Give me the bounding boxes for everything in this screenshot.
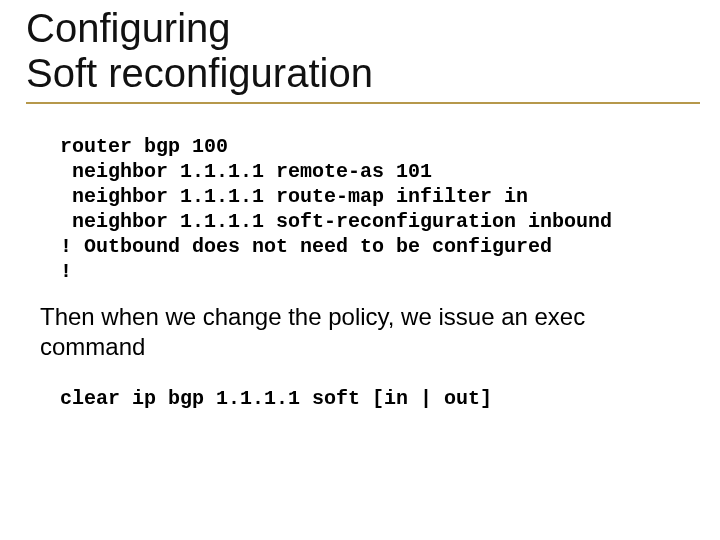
- title-block: Configuring Soft reconfiguration: [0, 0, 720, 104]
- body: router bgp 100 neighbor 1.1.1.1 remote-a…: [0, 104, 720, 411]
- code-line: clear ip bgp 1.1.1.1 soft [in | out]: [60, 387, 492, 410]
- slide: Configuring Soft reconfiguration router …: [0, 0, 720, 540]
- config-code: router bgp 100 neighbor 1.1.1.1 remote-a…: [60, 134, 660, 284]
- code-line: router bgp 100: [60, 135, 228, 158]
- slide-title: Configuring Soft reconfiguration: [26, 6, 700, 96]
- clear-code: clear ip bgp 1.1.1.1 soft [in | out]: [60, 386, 660, 411]
- title-line-1: Configuring: [26, 6, 231, 50]
- code-line: !: [60, 260, 72, 283]
- code-line: ! Outbound does not need to be configure…: [60, 235, 552, 258]
- paragraph: Then when we change the policy, we issue…: [40, 302, 660, 362]
- title-line-2: Soft reconfiguration: [26, 51, 373, 95]
- code-line: neighbor 1.1.1.1 route-map infilter in: [60, 185, 528, 208]
- code-line: neighbor 1.1.1.1 remote-as 101: [60, 160, 432, 183]
- code-line: neighbor 1.1.1.1 soft-reconfiguration in…: [60, 210, 612, 233]
